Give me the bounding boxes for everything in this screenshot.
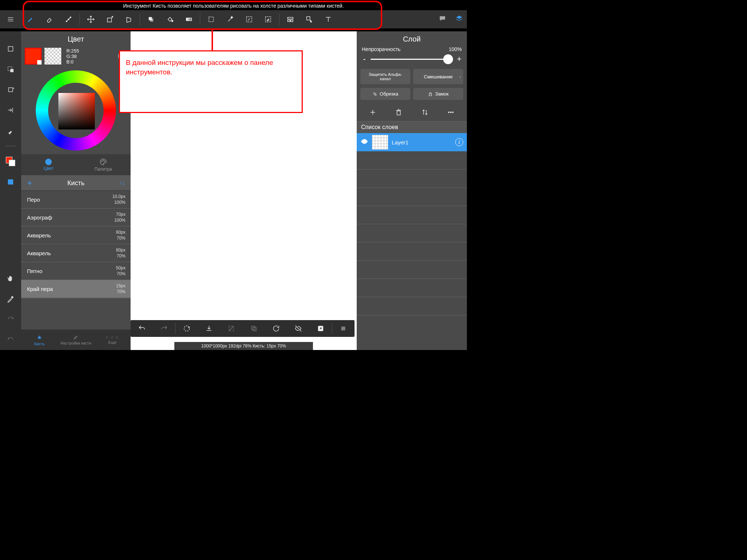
brush-row[interactable]: Перо 10.0px100% <box>21 191 131 209</box>
color-wheel[interactable] <box>36 70 116 151</box>
sort-brush-icon[interactable]: ↑↓ <box>114 180 131 186</box>
circle-icon <box>45 159 52 165</box>
eyedropper-icon[interactable] <box>0 289 21 309</box>
lock-button[interactable]: Замок <box>413 88 463 100</box>
select-eraser-icon[interactable] <box>259 10 278 28</box>
layers-icon[interactable] <box>455 15 463 24</box>
transform-tool-icon[interactable] <box>100 10 119 28</box>
empty-layer-slot <box>357 170 467 188</box>
svg-rect-20 <box>291 20 293 22</box>
rotate-icon[interactable] <box>0 79 21 100</box>
fill-tool-icon[interactable] <box>142 10 160 28</box>
layer-panel-title: Слой <box>357 31 467 46</box>
canvas-size-icon[interactable] <box>0 39 21 59</box>
select-rect-icon[interactable] <box>202 10 221 28</box>
color-square[interactable] <box>58 93 95 129</box>
svg-rect-36 <box>429 94 432 96</box>
bottom-bar <box>131 320 355 337</box>
copy-icon[interactable] <box>243 320 265 337</box>
crop-button[interactable]: Обрезка <box>360 88 410 100</box>
empty-layer-slot <box>357 261 467 279</box>
svg-rect-9 <box>108 18 112 22</box>
svg-point-34 <box>103 160 104 161</box>
gradient-tool-icon[interactable] <box>179 10 198 28</box>
brush-values: 50px70% <box>116 265 125 277</box>
brush-tool-icon[interactable] <box>21 10 40 28</box>
empty-layer-slot <box>357 297 467 315</box>
menu-button[interactable] <box>0 10 21 28</box>
svg-rect-19 <box>288 20 290 22</box>
text-tool-icon[interactable] <box>319 10 338 28</box>
tab-palette[interactable]: Палитра <box>76 154 131 175</box>
dot-brush-icon[interactable] <box>59 10 78 28</box>
background-swatch[interactable] <box>44 48 61 65</box>
opacity-minus[interactable]: - <box>361 54 368 64</box>
annotation-text: В данной инструкции мы расскажем о панел… <box>119 50 303 113</box>
redo-button[interactable] <box>153 320 175 337</box>
svg-rect-13 <box>186 18 192 20</box>
opacity-plus[interactable]: + <box>456 54 462 64</box>
brush-row[interactable]: Акварель 80px70% <box>21 244 131 262</box>
more-layer-icon[interactable] <box>446 107 456 117</box>
save-icon[interactable] <box>198 320 220 337</box>
brush-name: Пятно <box>27 268 42 274</box>
add-layer-icon[interactable] <box>368 107 378 117</box>
brush-name: Акварель <box>27 250 51 256</box>
fullscreen-icon[interactable] <box>310 320 332 337</box>
opacity-slider[interactable] <box>371 59 453 60</box>
svg-point-47 <box>363 140 365 143</box>
tool-tooltip: Инструмент Кисть позволяет пользователям… <box>0 3 467 9</box>
empty-layer-slot <box>357 279 467 297</box>
tab-brush[interactable]: ★ Кисть <box>21 330 58 350</box>
brush-row[interactable]: Аэрограф 70px100% <box>21 209 131 226</box>
move-tool-icon[interactable] <box>81 10 100 28</box>
tab-color[interactable]: Цвет <box>21 154 76 175</box>
frame-divide-icon[interactable] <box>281 10 300 28</box>
undo-icon[interactable] <box>0 330 21 350</box>
redo-icon[interactable] <box>0 309 21 330</box>
selection-layer-icon[interactable] <box>0 59 21 79</box>
hand-tool-icon[interactable] <box>0 268 21 289</box>
brush-name: Край пера <box>27 286 53 292</box>
protect-alpha-button[interactable]: Защитить Альфа-канал <box>360 69 410 84</box>
svg-rect-11 <box>150 19 153 21</box>
eraser-tool-icon[interactable] <box>40 10 59 28</box>
annotation-connector <box>212 30 213 51</box>
add-brush-icon[interactable]: + <box>21 178 38 188</box>
svg-rect-18 <box>288 18 293 19</box>
layer-visibility-icon[interactable] <box>360 137 368 147</box>
tab-more[interactable]: ○ ○ ○ Еще <box>94 330 131 350</box>
flip-icon[interactable] <box>0 100 21 120</box>
brush-row[interactable]: Пятно 50px70% <box>21 262 131 280</box>
bucket-tool-icon[interactable] <box>160 10 179 28</box>
brush-name: Перо <box>27 197 40 203</box>
magic-wand-icon[interactable] <box>221 10 240 28</box>
undo-button[interactable] <box>131 320 153 337</box>
color-swap-icon[interactable] <box>0 151 21 172</box>
deselect-icon[interactable] <box>220 320 243 337</box>
reference-icon[interactable] <box>0 172 21 192</box>
reset-rotation-icon[interactable] <box>265 320 287 337</box>
reorder-layer-icon[interactable] <box>420 107 430 117</box>
layer-row[interactable]: Layer1 i <box>357 133 467 151</box>
brush-row[interactable]: Акварель 80px70% <box>21 226 131 244</box>
empty-layer-slot <box>357 151 467 170</box>
hide-ui-icon[interactable] <box>287 320 309 337</box>
color-panel: Цвет R:255 G:38 B:0 i Цвет Палитра <box>21 31 131 350</box>
select-brush-icon[interactable] <box>240 10 259 28</box>
top-toolbar <box>0 10 467 28</box>
stylus-icon[interactable] <box>0 120 21 141</box>
foreground-swatch[interactable] <box>25 48 42 65</box>
layer-info-icon[interactable]: i <box>455 138 463 146</box>
delete-layer-icon[interactable] <box>394 107 404 117</box>
chat-icon[interactable] <box>438 15 446 24</box>
brush-values: 80px70% <box>116 247 125 259</box>
empty-layer-slot <box>357 224 467 242</box>
cursor-select-icon[interactable] <box>300 10 319 28</box>
rotate-canvas-icon[interactable] <box>175 320 198 337</box>
bottom-menu-icon[interactable] <box>332 320 355 337</box>
tab-brush-settings[interactable]: Настройки кисти <box>58 330 94 350</box>
blend-mode-button[interactable]: Смешивание› <box>413 69 463 84</box>
brush-row[interactable]: Край пера 15px70% <box>21 280 131 298</box>
perspective-tool-icon[interactable] <box>119 10 138 28</box>
